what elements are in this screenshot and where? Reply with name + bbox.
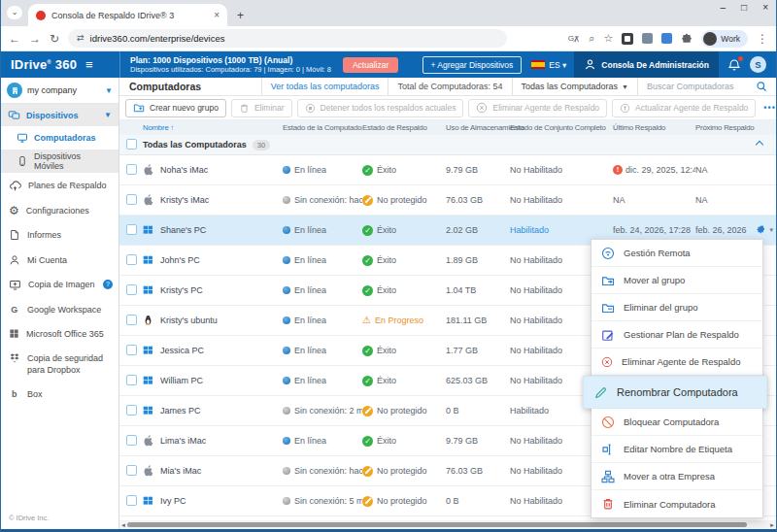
menu-item-eliminar-del-grupo[interactable]: Eliminar del grupo	[591, 294, 762, 321]
backup-status-text: No protegido	[377, 496, 427, 506]
translate-icon[interactable]: G	[567, 32, 580, 45]
full-set-status[interactable]: Habilitado	[510, 225, 549, 235]
row-checkbox[interactable]	[126, 375, 137, 385]
row-checkbox[interactable]	[126, 254, 137, 265]
window-maximize-button[interactable]: □	[741, 2, 747, 13]
computer-icon	[17, 132, 28, 144]
scroll-left-arrow-icon[interactable]: ◄	[120, 521, 126, 529]
bookmark-star-icon[interactable]: ☆	[603, 33, 613, 44]
sidebar-item-box[interactable]: bBox	[1, 382, 118, 406]
extensions-puzzle-icon[interactable]	[681, 33, 693, 45]
row-checkbox[interactable]	[126, 435, 137, 446]
window-close-button[interactable]: ×	[762, 2, 768, 13]
sidebar-item-informes[interactable]: Informes	[1, 222, 118, 247]
sidebar-item-microsoft-office-365[interactable]: Microsoft Office 365	[1, 321, 118, 346]
user-avatar[interactable]: S	[750, 56, 766, 73]
row-checkbox[interactable]	[126, 465, 137, 476]
column-proximo-respaldo[interactable]: Próximo Respaldo	[695, 123, 776, 132]
toolbar-more-button[interactable]: •••	[760, 103, 777, 113]
menu-item-eliminar-computadora[interactable]: Eliminar Computadora	[591, 490, 762, 517]
help-badge[interactable]: ?	[103, 280, 113, 289]
menu-item-label: Renombrar Computadora	[617, 386, 738, 398]
devices-icon	[8, 109, 20, 121]
horizontal-scrollbar[interactable]: ◄ ►	[119, 521, 776, 529]
menu-item-bloquear-computadora[interactable]: Bloquear Computadora	[591, 409, 762, 436]
menu-item-mover-al-grupo[interactable]: Mover al grupo	[591, 267, 762, 294]
sidebar-item-google-workspace[interactable]: GGoogle Workspace	[1, 297, 118, 321]
toolbar-button-1[interactable]: Crear nuevo grupo	[125, 99, 226, 117]
menu-item-gestionar-plan-de-respaldo[interactable]: Gestionar Plan de Respaldo	[591, 321, 762, 349]
window-minimize-button[interactable]: –	[721, 2, 726, 13]
collapse-chevron-icon[interactable]	[756, 141, 763, 149]
sidebar-item-dispositivos[interactable]: Dispositivos ▼	[1, 104, 118, 126]
column-uso-almacenamiento[interactable]: Uso de Almacenamiento	[446, 123, 510, 132]
view-all-link[interactable]: Ver todas las computadoras	[261, 78, 388, 95]
column-estado-respaldo[interactable]: Estado de Respaldo	[362, 123, 446, 132]
row-checkbox[interactable]	[126, 405, 137, 416]
success-check-icon: ✓	[362, 165, 373, 176]
remove-agent-icon	[601, 356, 613, 368]
menu-item-eliminar-agente-de-respaldo[interactable]: Eliminar Agente de Respaldo	[591, 349, 762, 376]
search-input[interactable]	[647, 82, 752, 91]
address-bar[interactable]: ⇄ idrive360.com/enterprise/devices	[68, 29, 507, 48]
forward-icon[interactable]: →	[29, 33, 41, 45]
menu-item-renombrar-computadora[interactable]: Renombrar Computadora	[583, 376, 767, 409]
tab-close-icon[interactable]: ×	[214, 10, 220, 20]
language-dropdown[interactable]: ES ▾	[549, 60, 566, 70]
update-plan-button[interactable]: Actualizar	[343, 57, 398, 73]
group-checkbox[interactable]	[126, 139, 137, 150]
tab-search-chevron-icon[interactable]: ⌄	[7, 6, 22, 19]
remote-icon	[601, 247, 615, 260]
column-ultimo-respaldo[interactable]: Último Respaldo	[613, 123, 695, 132]
new-tab-button[interactable]: +	[237, 9, 244, 26]
sidebar-item-configuraciones[interactable]: ⚙Configuraciones	[1, 198, 118, 222]
table-row[interactable]: Noha's iMacEn línea✓Éxito9.79 GBNo Habil…	[119, 155, 776, 185]
browser-menu-kebab-icon[interactable]: ⋮	[757, 33, 768, 45]
company-selector[interactable]: my company ▼	[1, 78, 118, 104]
admin-console-button[interactable]: Consola De Administración	[574, 51, 719, 78]
scope-dropdown[interactable]: Todas las Computadoras▼	[512, 78, 638, 95]
search-icon[interactable]: ⌕	[589, 33, 594, 44]
menu-item-editar-nombre-de-etiqueta[interactable]: Editar Nombre de Etiqueta	[591, 436, 762, 463]
last-backup: feb. 24, 2026, 17:28	[613, 225, 695, 235]
mac-icon	[143, 163, 154, 176]
browser-profile-chip[interactable]: Work	[701, 30, 748, 48]
site-info-icon[interactable]: ⇄	[77, 34, 84, 43]
notifications-bell-icon[interactable]	[727, 58, 741, 72]
hamburger-menu-icon[interactable]: ≡	[85, 58, 93, 71]
browser-tab[interactable]: Consola de Respaldo IDrive® 3 ×	[28, 4, 227, 26]
sidebar-item-copia-de-imagen[interactable]: Copia de Imagen?	[1, 272, 118, 297]
add-devices-button[interactable]: + Agregar Dispositivos	[422, 56, 523, 74]
extension-icon-3[interactable]	[661, 33, 672, 44]
sidebar-item-planes-de-respaldo[interactable]: Planes de Respaldo	[1, 173, 118, 198]
computer-status: En línea	[283, 436, 362, 446]
sidebar-item-copia-de-seguridad-para-dropbox[interactable]: Copia de seguridad para Dropbox	[1, 346, 118, 382]
backup-alert-icon: !	[613, 165, 623, 175]
row-checkbox[interactable]	[126, 164, 137, 175]
sidebar-item-mi-cuenta[interactable]: Mi Cuenta	[1, 248, 118, 272]
row-checkbox[interactable]	[126, 224, 137, 235]
reload-icon[interactable]: ↻	[50, 33, 59, 45]
menu-item-gesti-n-remota[interactable]: Gestión Remota	[591, 240, 762, 267]
computer-status: En línea	[283, 285, 362, 295]
row-checkbox[interactable]	[126, 194, 137, 205]
group-row[interactable]: Todas las Computadoras 30	[119, 135, 776, 155]
column-estado-computadora[interactable]: Estado de la Computadora	[283, 123, 362, 132]
column-nombre[interactable]: Nombre ↑	[143, 123, 283, 132]
row-checkbox[interactable]	[126, 495, 137, 506]
scroll-right-arrow-icon[interactable]: ►	[769, 521, 775, 529]
menu-item-mover-a-otra-empresa[interactable]: Mover a otra Empresa	[591, 463, 762, 490]
scrollbar-thumb[interactable]	[127, 522, 747, 527]
row-checkbox[interactable]	[126, 284, 137, 295]
extension-icon-1[interactable]	[622, 33, 633, 45]
row-checkbox[interactable]	[126, 345, 137, 355]
row-settings-gear-icon[interactable]: ▾	[756, 225, 773, 235]
column-conjunto-completo[interactable]: Estado de Conjunto Completo	[510, 123, 613, 132]
table-row[interactable]: Kristy's iMacSin conexión: hace u...No p…	[119, 185, 776, 216]
row-checkbox[interactable]	[126, 315, 137, 325]
back-icon[interactable]: ←	[9, 33, 20, 45]
search-icon[interactable]	[756, 81, 767, 92]
sidebar-item-computadoras[interactable]: Computadoras	[1, 126, 118, 150]
extension-icon-2[interactable]	[642, 33, 653, 44]
sidebar-item-dispositivos-moviles[interactable]: Dispositivos Móviles	[1, 150, 118, 173]
